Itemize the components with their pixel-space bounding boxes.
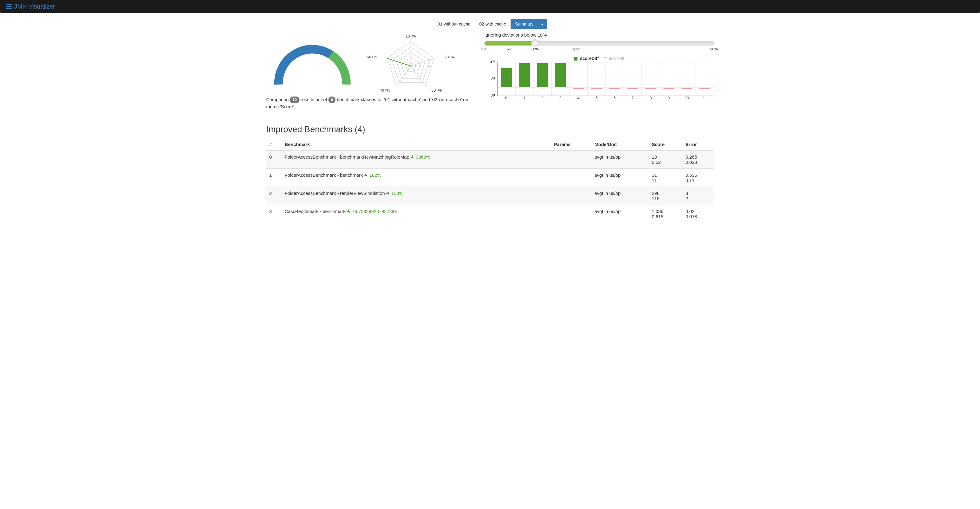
brand-title: JMH Visualizer	[14, 3, 55, 10]
deviation-slider[interactable]	[484, 41, 714, 46]
bar[interactable]	[646, 87, 656, 89]
x-tick: 2	[533, 96, 551, 100]
bar[interactable]	[663, 87, 674, 89]
cell-score: 1.0860.615	[649, 205, 682, 223]
arrow-up-icon: ➤	[345, 208, 352, 215]
svg-text:2: 2	[419, 65, 421, 68]
th-score: Score	[649, 139, 682, 150]
cell-params	[551, 205, 591, 223]
radar-label-10: 10+%	[406, 34, 416, 38]
bar[interactable]	[555, 63, 566, 87]
legend-square-scorediff	[574, 57, 578, 60]
bar[interactable]	[627, 87, 638, 89]
cell-error: 0.5360.11	[682, 169, 714, 187]
bar[interactable]	[681, 87, 692, 89]
radar-label-40: 40+%	[380, 88, 390, 92]
tab-group: 01-without-cache 02-with-cache Summary	[266, 19, 714, 29]
y-tick: 35	[491, 77, 495, 81]
bar[interactable]	[501, 68, 512, 87]
tab-02-with-cache[interactable]: 02-with-cache	[475, 19, 511, 29]
badge-classes: 6	[328, 97, 336, 103]
cell-benchmark: FolderAccessBenchmark - benchmark ➤ 182%	[282, 169, 551, 187]
th-params: Params	[551, 139, 591, 150]
th-error: Error	[682, 139, 714, 150]
diff-legend: scoreDiff errorDiff	[484, 56, 714, 61]
slider-tick: 20%	[572, 47, 580, 51]
slider-thumb[interactable]	[531, 39, 539, 48]
x-tick: 8	[642, 96, 660, 100]
arrow-up-icon: ➤	[385, 190, 391, 197]
slider-tick: 5%	[507, 47, 512, 51]
legend-scorediff[interactable]: scoreDiff	[580, 56, 599, 61]
tab-summary[interactable]: Summary	[511, 19, 538, 29]
tab-01-without-cache[interactable]: 01-without-cache	[433, 19, 475, 29]
arrow-up-icon: ➤	[363, 172, 370, 179]
bar[interactable]	[573, 87, 584, 89]
brand[interactable]: JMH Visualizer	[6, 3, 55, 10]
svg-line-7	[411, 66, 425, 86]
gauge-chart	[266, 38, 358, 87]
slider-tick: 50%	[710, 47, 718, 51]
cell-mode: avgt in us/op	[591, 150, 649, 169]
x-tick: 7	[624, 96, 642, 100]
x-tick: 5	[587, 96, 606, 100]
cell-score: 298118	[649, 187, 682, 205]
cell-benchmark: FolderAccessBenchmark - benchmarkNewMatc…	[282, 150, 551, 169]
table-row[interactable]: 0FolderAccessBenchmark - benchmarkNewMat…	[266, 150, 714, 169]
y-tick: -35	[490, 94, 495, 98]
cell-index: 2	[266, 187, 282, 205]
svg-text:1: 1	[415, 65, 416, 68]
legend-square-errordiff	[604, 57, 606, 60]
cell-params	[551, 187, 591, 205]
bar[interactable]	[609, 87, 620, 89]
diff-bar-chart: -3535105 01234567891011	[484, 62, 714, 100]
bar[interactable]	[700, 87, 710, 89]
radar-label-30: 30+%	[431, 88, 442, 92]
cell-score: 3111	[649, 169, 682, 187]
cell-pct: 182%	[369, 173, 381, 178]
cell-error: 82	[682, 187, 714, 205]
navbar: JMH Visualizer	[0, 0, 980, 13]
slider-label: Ignoring deviations below 10%	[484, 32, 714, 38]
x-tick: 11	[696, 96, 714, 100]
svg-text:3: 3	[424, 65, 426, 68]
x-tick: 1	[515, 96, 533, 100]
svg-point-10	[410, 65, 412, 67]
cell-params	[551, 150, 591, 169]
menu-icon[interactable]	[6, 4, 12, 9]
legend-errordiff[interactable]: errorDiff	[609, 56, 624, 61]
bar[interactable]	[537, 63, 548, 87]
slider-tick: 10%	[531, 47, 539, 51]
th-index: #	[266, 139, 282, 150]
table-row[interactable]: 1FolderAccessBenchmark - benchmark ➤ 182…	[266, 169, 714, 187]
y-tick: 105	[489, 60, 495, 64]
cell-index: 3	[266, 205, 282, 223]
arrow-up-icon: ➤	[409, 154, 416, 160]
tab-dropdown-toggle[interactable]	[538, 19, 547, 29]
cell-error: 0.020.078	[682, 205, 714, 223]
cell-error: 0.2650.028	[682, 150, 714, 169]
bar[interactable]	[519, 63, 530, 87]
cell-index: 0	[266, 150, 282, 169]
bar[interactable]	[591, 87, 602, 89]
table-row[interactable]: 2FolderAccessBenchmark - renderViewSimul…	[266, 187, 714, 205]
x-tick: 3	[551, 96, 570, 100]
cell-mode: avgt in us/op	[591, 187, 649, 205]
x-tick: 6	[606, 96, 624, 100]
cell-pct: 76.72329928792739%	[352, 209, 399, 214]
radar-chart: 1 2 3 4 10+% 20+% 30+% 40+% 50+%	[365, 32, 457, 94]
cell-pct: 153%	[391, 190, 403, 196]
table-row[interactable]: 3CascBenchmark - benchmark ➤ 76.72329928…	[266, 205, 714, 223]
th-mode: Mode/Unit	[591, 139, 649, 150]
x-tick: 9	[660, 96, 678, 100]
th-benchmark: Benchmark	[282, 139, 551, 150]
svg-text:4: 4	[428, 65, 430, 68]
chevron-down-icon	[541, 24, 544, 25]
cell-mode: avgt in us/op	[591, 205, 649, 223]
section-title: Improved Benchmarks (4)	[266, 124, 714, 134]
x-tick: 4	[570, 96, 588, 100]
svg-line-8	[396, 66, 411, 86]
slider-ticks: 0%5%10%20%50%	[484, 47, 714, 52]
benchmark-table: # Benchmark Params Mode/Unit Score Error…	[266, 139, 714, 223]
radar-label-50: 50+%	[367, 55, 377, 59]
